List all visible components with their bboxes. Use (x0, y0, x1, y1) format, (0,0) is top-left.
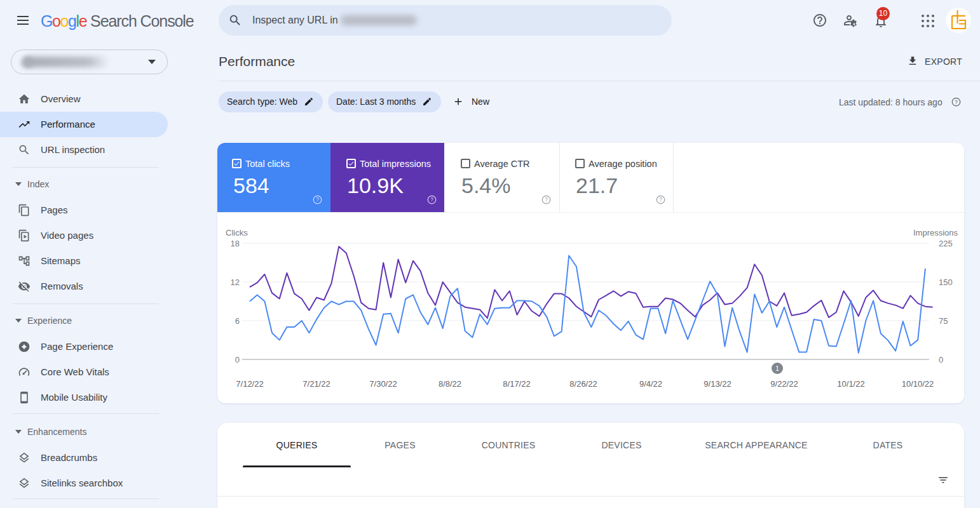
svg-text:?: ? (955, 99, 958, 105)
